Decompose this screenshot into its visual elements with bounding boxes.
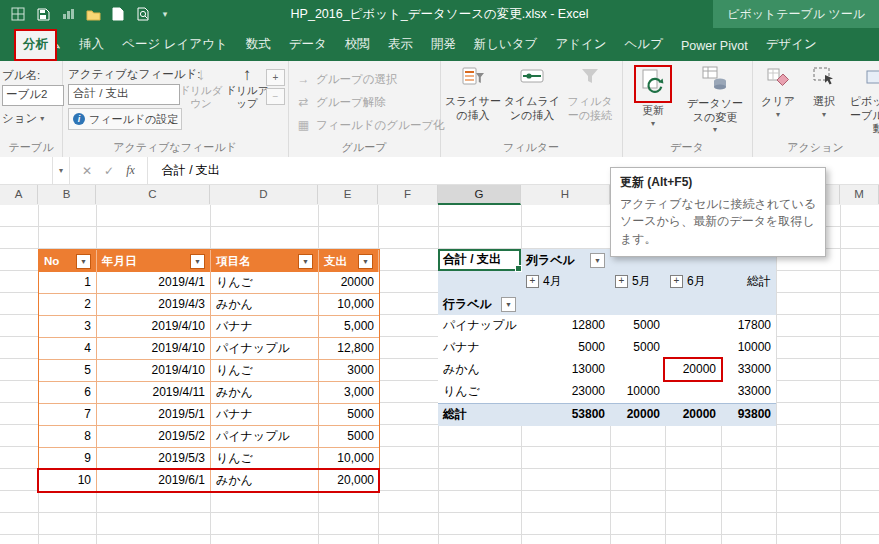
app-icon[interactable]: [10, 6, 26, 22]
insert-slicer-button[interactable]: スライサーの挿入: [444, 65, 502, 122]
ribbon-tab-新しいタブ[interactable]: 新しいタブ: [465, 29, 547, 61]
table-header-cell-0[interactable]: No▼: [39, 250, 97, 272]
table-cell[interactable]: りんご: [211, 272, 319, 294]
table-cell[interactable]: 2019/5/2: [97, 426, 211, 448]
ribbon-tab-ページ レイアウト[interactable]: ページ レイアウト: [113, 29, 237, 61]
pivot-data-cell[interactable]: 5000: [610, 315, 665, 337]
ribbon-tab-データ[interactable]: データ: [280, 29, 336, 61]
pivot-data-cell[interactable]: 23000: [521, 381, 610, 403]
insert-timeline-button[interactable]: タイムラインの挿入: [503, 65, 561, 122]
filter-dropdown-icon[interactable]: ▼: [590, 253, 605, 268]
pivot-row-header[interactable]: パイナップル: [438, 315, 521, 337]
column-header-M[interactable]: M: [840, 185, 879, 204]
table-cell[interactable]: 5000: [319, 426, 379, 448]
cancel-icon[interactable]: ✕: [82, 164, 92, 178]
table-cell[interactable]: 2019/5/1: [97, 404, 211, 426]
pivot-total-cell[interactable]: 20000: [665, 404, 721, 426]
column-header-G[interactable]: G: [438, 185, 521, 205]
table-cell[interactable]: パイナップル: [211, 338, 319, 360]
pivot-total-row-header[interactable]: 総計: [438, 404, 521, 426]
pivot-total-cell[interactable]: 93800: [721, 404, 776, 426]
table-cell[interactable]: 10,000: [319, 448, 379, 470]
change-data-source-button[interactable]: データソースの変更 ▾: [684, 65, 746, 135]
enter-icon[interactable]: ✓: [104, 164, 114, 178]
table-cell[interactable]: 3: [39, 316, 97, 338]
table-cell[interactable]: 2019/6/1: [97, 470, 211, 492]
table-cell[interactable]: パイナップル: [211, 426, 319, 448]
table-cell[interactable]: 5: [39, 360, 97, 382]
filter-dropdown-icon[interactable]: ▼: [358, 254, 373, 269]
table-cell[interactable]: 4: [39, 338, 97, 360]
select-button[interactable]: 選択 ▾: [802, 65, 846, 120]
pivot-data-cell[interactable]: [665, 315, 721, 337]
table-header-cell-2[interactable]: 項目名▼: [211, 250, 319, 272]
pivot-options-button[interactable]: ション ▾: [2, 111, 44, 126]
table-cell[interactable]: りんご: [211, 448, 319, 470]
folder-icon[interactable]: [85, 6, 101, 22]
table-cell[interactable]: 2019/5/3: [97, 448, 211, 470]
qat-dropdown-icon[interactable]: ▾: [160, 6, 170, 22]
table-cell[interactable]: 2019/4/10: [97, 360, 211, 382]
ribbon-tab-表示[interactable]: 表示: [379, 29, 422, 61]
field-settings-button[interactable]: i フィールドの設定: [68, 108, 182, 130]
expand-field-button[interactable]: +: [266, 69, 285, 86]
new-doc-icon[interactable]: [110, 6, 126, 22]
pivot-total-col-header[interactable]: 総計: [721, 271, 776, 293]
pivot-total-cell[interactable]: 53800: [521, 404, 610, 426]
pivot-month-header[interactable]: +6月: [665, 271, 721, 293]
ribbon-tab-Power Pivot[interactable]: Power Pivot: [672, 32, 757, 61]
table-cell[interactable]: 20,000: [319, 470, 379, 492]
table-cell[interactable]: 2: [39, 294, 97, 316]
move-pivottable-button[interactable]: ピボットテーブルの移動: [848, 65, 879, 136]
pivot-data-cell[interactable]: 5000: [521, 337, 610, 359]
table-cell[interactable]: 1: [39, 272, 97, 294]
table-cell[interactable]: 2019/4/10: [97, 316, 211, 338]
pivot-data-cell[interactable]: 5000: [610, 337, 665, 359]
table-cell[interactable]: 20000: [319, 272, 379, 294]
table-cell[interactable]: みかん: [211, 294, 319, 316]
active-field-input[interactable]: 合計 / 支出: [68, 84, 180, 105]
table-cell[interactable]: 2019/4/3: [97, 294, 211, 316]
ribbon-tab-数式[interactable]: 数式: [237, 29, 280, 61]
pivot-month-header[interactable]: +5月: [610, 271, 665, 293]
pivot-data-cell[interactable]: [665, 337, 721, 359]
table-cell[interactable]: りんご: [211, 360, 319, 382]
filter-connections-button[interactable]: フィルターの接続: [562, 65, 618, 122]
pivot-total-cell[interactable]: 20000: [610, 404, 665, 426]
table-cell[interactable]: バナナ: [211, 404, 319, 426]
column-header-A[interactable]: A: [0, 185, 38, 204]
save-icon[interactable]: [35, 6, 51, 22]
pivot-row-header[interactable]: バナナ: [438, 337, 521, 359]
group-field-button[interactable]: ▦ フィールドのグループ化: [296, 115, 445, 135]
insert-function-icon[interactable]: fx: [126, 163, 135, 178]
pivot-data-cell[interactable]: [665, 381, 721, 403]
ungroup-button[interactable]: ⇄ グループ解除: [296, 92, 386, 112]
pivot-row-label-cell[interactable]: 行ラベル▼: [438, 293, 521, 315]
filter-dropdown-icon[interactable]: ▼: [501, 297, 516, 312]
column-header-C[interactable]: C: [96, 185, 210, 204]
drill-up-button[interactable]: ↑ ドリルアップ: [224, 66, 270, 109]
column-header-D[interactable]: D: [210, 185, 318, 204]
table-cell[interactable]: 7: [39, 404, 97, 426]
ribbon-tab-開発[interactable]: 開発: [422, 29, 465, 61]
table-cell[interactable]: 8: [39, 426, 97, 448]
ribbon-tab-校閲[interactable]: 校閲: [336, 29, 379, 61]
pivot-data-cell[interactable]: [610, 359, 665, 381]
column-header-H[interactable]: H: [521, 185, 610, 204]
pivot-name-input[interactable]: ーブル2: [2, 85, 64, 106]
column-header-F[interactable]: F: [378, 185, 438, 204]
table-cell[interactable]: バナナ: [211, 316, 319, 338]
print-preview-icon[interactable]: [135, 6, 151, 22]
pivot-cell-empty[interactable]: [521, 293, 610, 315]
pivot-cell-empty[interactable]: [438, 271, 521, 293]
table-cell[interactable]: 2019/4/1: [97, 272, 211, 294]
name-box-dropdown-icon[interactable]: ▾: [53, 157, 70, 184]
ribbon-tab-ホーム[interactable]: ホーム: [14, 29, 70, 61]
filter-dropdown-icon[interactable]: ▼: [76, 254, 91, 269]
filter-dropdown-icon[interactable]: ▼: [190, 254, 205, 269]
table-cell[interactable]: 6: [39, 382, 97, 404]
table-cell[interactable]: 10,000: [319, 294, 379, 316]
drill-down-button[interactable]: ↓ ドリルダウン: [178, 66, 224, 109]
ribbon-tab-挿入[interactable]: 挿入: [70, 29, 113, 61]
fill-handle[interactable]: [515, 265, 522, 272]
